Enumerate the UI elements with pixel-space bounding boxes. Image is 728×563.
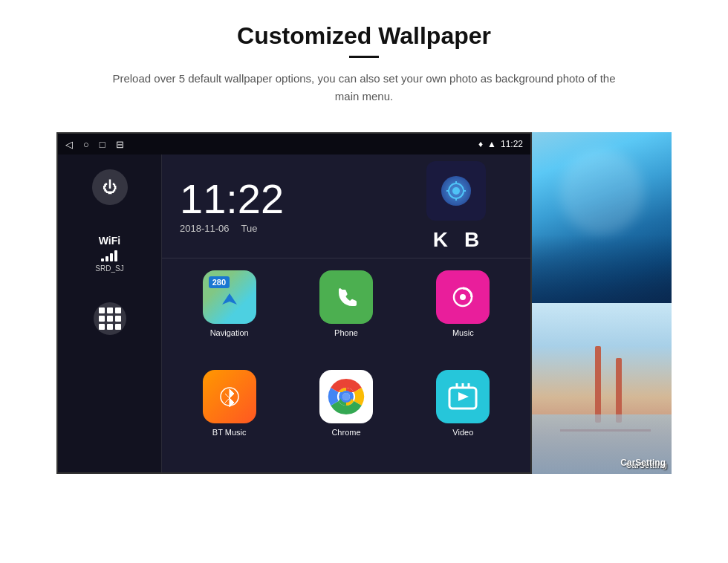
page-title: Customized Wallpaper <box>111 22 617 50</box>
chrome-icon <box>319 370 373 423</box>
bridge-tower-1 <box>595 346 601 423</box>
ice-cave-visual <box>532 132 672 303</box>
wifi-bars <box>95 250 123 261</box>
clock-time: 11:22 <box>180 178 382 220</box>
dot <box>99 307 105 313</box>
wifi-bar-3 <box>110 253 113 261</box>
video-label: Video <box>452 428 473 437</box>
screen-body: ⏻ WiFi SRD_SJ <box>58 154 530 474</box>
bridge-tower-2 <box>616 358 622 423</box>
android-screen: ◁ ○ □ ⊟ ♦ ▲ 11:22 ⏻ <box>56 132 532 474</box>
title-section: Customized Wallpaper Preload over 5 defa… <box>111 22 617 105</box>
video-svg <box>446 380 479 413</box>
app-item-bt-music[interactable]: BT Music <box>174 370 285 463</box>
wifi-ssid: SRD_SJ <box>95 264 123 273</box>
navigation-label: Navigation <box>210 328 249 337</box>
clock-date: 2018-11-06 Tue <box>180 223 382 234</box>
map-label: 280 <box>209 276 230 288</box>
thumbnail-ice-cave[interactable] <box>532 132 672 303</box>
phone-label: Phone <box>334 328 358 337</box>
status-bar: ◁ ○ □ ⊟ ♦ ▲ 11:22 <box>58 134 530 154</box>
screenshot-icon[interactable]: ⊟ <box>116 139 124 150</box>
music-icon <box>436 270 490 324</box>
video-icon <box>436 370 490 423</box>
bridge-visual: CarSetting <box>532 303 672 474</box>
letters-widget: K B <box>433 228 480 252</box>
wifi-signal-svg <box>445 180 467 202</box>
status-bar-right: ♦ ▲ 11:22 <box>478 139 523 149</box>
wifi-bar-2 <box>105 256 108 261</box>
chrome-svg <box>327 377 365 416</box>
k-letter: K <box>433 228 448 251</box>
dot <box>115 307 121 313</box>
wifi-bar-4 <box>114 250 117 261</box>
music-svg <box>448 282 478 312</box>
signal-icon-display <box>441 176 471 206</box>
car-setting-label-overlay: CarSetting <box>620 458 666 468</box>
svg-point-8 <box>460 294 466 300</box>
power-button[interactable]: ⏻ <box>92 169 128 205</box>
music-label: Music <box>452 328 474 337</box>
nav-svg <box>218 290 241 312</box>
dot <box>107 324 113 330</box>
content-area: ◁ ○ □ ⊟ ♦ ▲ 11:22 ⏻ <box>56 132 672 474</box>
dot <box>115 316 121 322</box>
power-icon: ⏻ <box>103 179 117 196</box>
clock-area: 11:22 2018-11-06 Tue <box>162 154 530 258</box>
app-item-chrome[interactable]: Chrome <box>290 370 401 463</box>
phone-svg <box>331 282 361 312</box>
ice-shadow <box>532 235 672 303</box>
wifi-widget: WiFi SRD_SJ <box>95 235 123 273</box>
left-sidebar: ⏻ WiFi SRD_SJ <box>58 154 162 474</box>
status-time: 11:22 <box>501 139 523 149</box>
apps-dots <box>99 307 121 330</box>
bt-music-label: BT Music <box>212 428 247 437</box>
signal-icon: ▲ <box>487 139 496 149</box>
thumbnail-bridge[interactable]: CarSetting CarSetting <box>532 303 672 474</box>
date-value: 2018-11-06 <box>180 223 230 234</box>
location-icon: ♦ <box>478 139 483 149</box>
recent-icon[interactable]: □ <box>100 139 105 150</box>
wifi-label: WiFi <box>95 235 123 247</box>
ice-glow <box>560 149 644 235</box>
app-item-music[interactable]: Music <box>408 270 519 364</box>
svg-marker-16 <box>458 392 469 401</box>
apps-grid-button[interactable] <box>94 302 126 335</box>
dot <box>107 307 113 313</box>
home-icon[interactable]: ○ <box>83 139 89 150</box>
status-bar-left: ◁ ○ □ ⊟ <box>65 139 124 150</box>
dot <box>115 324 121 330</box>
dot <box>107 316 113 322</box>
chrome-label: Chrome <box>331 428 360 437</box>
main-content: 11:22 2018-11-06 Tue <box>162 154 530 474</box>
svg-marker-6 <box>222 293 237 305</box>
app-grid: 280 Navigation <box>162 258 530 474</box>
bt-svg <box>215 382 244 411</box>
day-value: Tue <box>241 223 258 234</box>
bt-music-icon <box>203 370 256 423</box>
dot <box>99 316 105 322</box>
phone-icon <box>319 270 373 324</box>
app-item-phone[interactable]: Phone <box>290 270 401 364</box>
svg-point-1 <box>452 187 460 195</box>
back-icon[interactable]: ◁ <box>65 139 73 150</box>
clock-section: 11:22 2018-11-06 Tue <box>162 154 382 258</box>
b-letter: B <box>464 228 479 251</box>
thumbnails-column: CarSetting CarSetting <box>532 132 672 474</box>
dot <box>99 324 105 330</box>
right-widgets: K B <box>382 154 530 258</box>
app-item-video[interactable]: Video <box>408 370 519 463</box>
wifi-bar-1 <box>101 258 104 261</box>
signal-widget[interactable] <box>426 161 486 221</box>
app-item-navigation[interactable]: 280 Navigation <box>174 270 285 364</box>
subtitle: Preload over 5 default wallpaper options… <box>111 70 617 105</box>
navigation-icon: 280 <box>203 270 256 324</box>
title-divider <box>349 56 379 58</box>
svg-point-14 <box>342 393 350 400</box>
page-container: Customized Wallpaper Preload over 5 defa… <box>0 0 728 563</box>
